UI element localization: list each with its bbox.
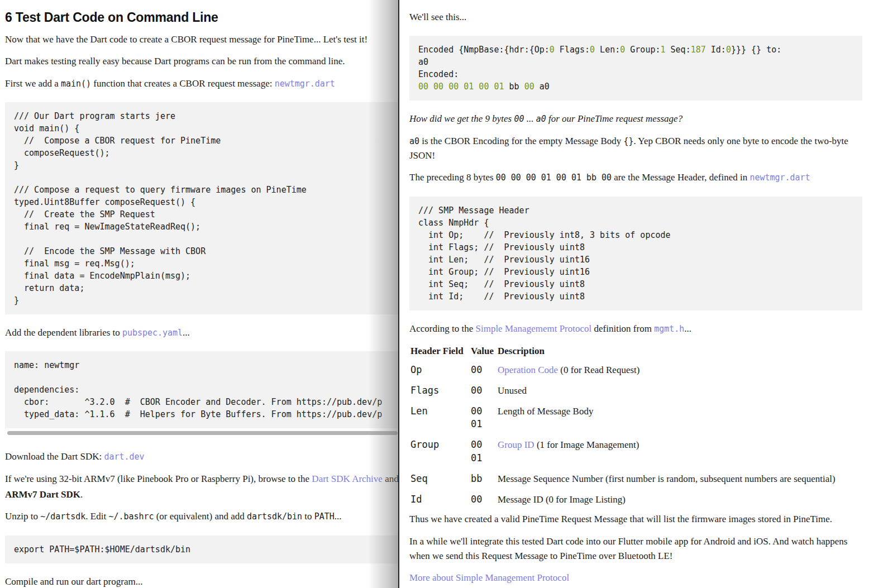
text-segment: If we're using 32-bit ARMv7 (like Pinebo… [5, 474, 312, 484]
paragraph-well-see: We'll see this... [409, 10, 862, 25]
paragraph-intro: Now that we have the Dart code to create… [5, 32, 398, 47]
paragraph-flutter-integration: In a while we'll integrate this tested D… [409, 534, 862, 564]
text-segment: Thus we have created a valid PineTime Re… [409, 514, 832, 524]
cell-field: Id [410, 490, 471, 510]
smp-header-table: Header Field Value Description Op 00 Ope… [410, 343, 835, 510]
text-segment: a0 [536, 114, 546, 124]
cell-value: 00 [471, 381, 498, 401]
text-segment: a0 [409, 136, 419, 146]
table-row: Group 00 01 Group ID (1 for Image Manage… [410, 435, 835, 469]
text-segment: and download the [383, 474, 398, 484]
text-segment: to [302, 511, 314, 522]
text-segment: Encoded {NmpBase:{hdr:{Op: [418, 45, 550, 55]
text-segment: ~/dartsdk [40, 511, 85, 522]
text-segment: ... [684, 323, 691, 334]
cell-description: Message Sequence Number (first number is… [498, 469, 835, 490]
text-segment: Add the dependent libraries to [5, 327, 122, 338]
text-segment: 1 [661, 45, 666, 55]
text-segment: are the Message Header, defined in [612, 172, 750, 183]
text-segment: 0 [620, 45, 625, 55]
text-segment: Dart makes testing really easy because D… [5, 56, 345, 66]
paragraph-armv7-line2: ARMv7 Dart SDK. [5, 487, 398, 502]
group-id-link[interactable]: Group ID [498, 439, 534, 450]
paragraph-according-to: According to the Simple Managememt Proto… [409, 322, 862, 336]
right-article-pane: We'll see this... Encoded {NmpBase:{hdr:… [399, 0, 869, 588]
horizontal-scrollbar-thumb[interactable] [7, 431, 398, 435]
text-segment: bb [504, 82, 524, 92]
dart-dev-link[interactable]: dart.dev [104, 452, 145, 462]
cell-description: Operation Code (0 for Read Request) [498, 360, 835, 381]
horizontal-scrollbar[interactable] [7, 431, 398, 436]
cell-field: Seq [410, 469, 471, 490]
text-segment: Len: [595, 45, 620, 55]
text-segment: Seq: [666, 45, 691, 55]
text-segment: function that creates a CBOR request mes… [91, 78, 275, 89]
text-segment: (1 for Image Management) [534, 439, 639, 450]
cell-value: 00 01 [471, 401, 498, 436]
text-segment: main() [61, 79, 91, 89]
paragraph-cbor-encoding: a0 is the CBOR Encoding for the empty Me… [409, 134, 862, 164]
table-row: Id 00 Message ID (0 for Image Listing) [410, 490, 835, 510]
paragraph-armv7-line1: If we're using 32-bit ARMv7 (like Pinebo… [5, 472, 398, 486]
paragraph-pubspec: Add the dependent libraries to pubspec.y… [5, 326, 398, 340]
text-segment: a0 [534, 82, 550, 92]
text-segment: . [80, 489, 83, 500]
text-segment: In a while we'll integrate this tested D… [409, 536, 847, 561]
newtmgr-dart-link[interactable]: newtmgr.dart [750, 173, 810, 183]
text-segment: Download the Dart SDK: [5, 451, 104, 462]
text-segment: 0 [726, 45, 731, 55]
text-segment: Length of Message Body [498, 406, 593, 417]
text-segment: 0 [590, 45, 595, 55]
text-segment: 00 [524, 82, 534, 92]
dart-sdk-archive-link[interactable]: Dart SDK Archive [312, 474, 383, 484]
cell-description: Message ID (0 for Image Listing) [498, 490, 835, 510]
paragraph-unzip-path: Unzip to ~/dartsdk. Edit ~/.bashrc (or e… [5, 509, 398, 524]
column-header-field: Header Field [410, 343, 471, 360]
text-segment: Compile and run our dart program... [5, 576, 142, 587]
text-segment: Message Sequence Number (first number is… [498, 474, 835, 484]
text-segment: definition from [591, 323, 654, 334]
cell-field: Len [410, 401, 471, 436]
paragraph-dart-testing: Dart makes testing really easy because D… [5, 54, 398, 69]
mgmt-h-link[interactable]: mgmt.h [654, 324, 684, 334]
text-segment: Message ID (0 for Image Listing) [498, 494, 626, 505]
text-segment: 0 [550, 45, 555, 55]
cell-field: Group [410, 435, 471, 469]
cell-description: Length of Message Body [498, 401, 835, 436]
text-segment: Unused [498, 385, 527, 396]
text-segment: (0 for Read Request) [558, 365, 639, 375]
cell-value: 00 [471, 360, 498, 381]
text-segment: Now that we have the Dart code to create… [5, 34, 367, 45]
table-header-row: Header Field Value Description [410, 343, 835, 360]
cell-value: 00 [471, 490, 498, 510]
code-block-encoded-output: Encoded {NmpBase:{hdr:{Op:0 Flags:0 Len:… [409, 36, 862, 101]
cell-value: bb [471, 469, 498, 490]
text-segment: We'll see this... [409, 12, 466, 22]
section-heading-test-dart: 6 Test Dart Code on Command Line [5, 10, 398, 25]
text-segment: is the CBOR Encoding for the empty Messa… [419, 136, 623, 146]
left-article-content: 6 Test Dart Code on Command Line Now tha… [0, 0, 398, 588]
column-header-value: Value [471, 343, 498, 360]
cell-field: Flags [410, 381, 471, 401]
newtmgr-dart-link[interactable]: newtmgr.dart [275, 79, 335, 89]
text-segment: PATH [314, 511, 335, 522]
text-segment: 00 00 00 01 00 01 bb 00 [496, 173, 612, 183]
paragraph-valid-request: Thus we have created a valid PineTime Re… [409, 512, 862, 527]
column-header-description: Description [498, 343, 835, 360]
text-segment: 00 00 00 01 00 01 [418, 82, 504, 92]
code-block-pubspec-yaml: name: newtmgr dependencies: cbor: ^3.2.0… [5, 351, 398, 428]
paragraph-preceding-bytes: The preceding 8 bytes 00 00 00 01 00 01 … [409, 170, 862, 185]
cell-description: Group ID (1 for Image Management) [498, 435, 835, 469]
more-smp-link[interactable]: More about Simple Management Protocol [409, 572, 569, 583]
text-segment: Unzip to [5, 511, 40, 522]
operation-code-link[interactable]: Operation Code [498, 365, 558, 375]
text-segment: ... [524, 113, 536, 124]
paragraph-question-italic: How did we get the 9 bytes 00 ... a0 for… [409, 112, 862, 126]
text-segment: for our PineTime request message? [546, 113, 682, 124]
simple-management-protocol-link[interactable]: Simple Managememt Protocol [476, 323, 592, 334]
pubspec-yaml-link[interactable]: pubspec.yaml [122, 328, 183, 338]
text-segment: (or equivalent) and add [154, 511, 247, 522]
text-segment: . Edit [85, 511, 108, 522]
text-segment: ... [183, 327, 190, 338]
code-block-dart-main: /// Our Dart program starts jere void ma… [5, 102, 398, 314]
